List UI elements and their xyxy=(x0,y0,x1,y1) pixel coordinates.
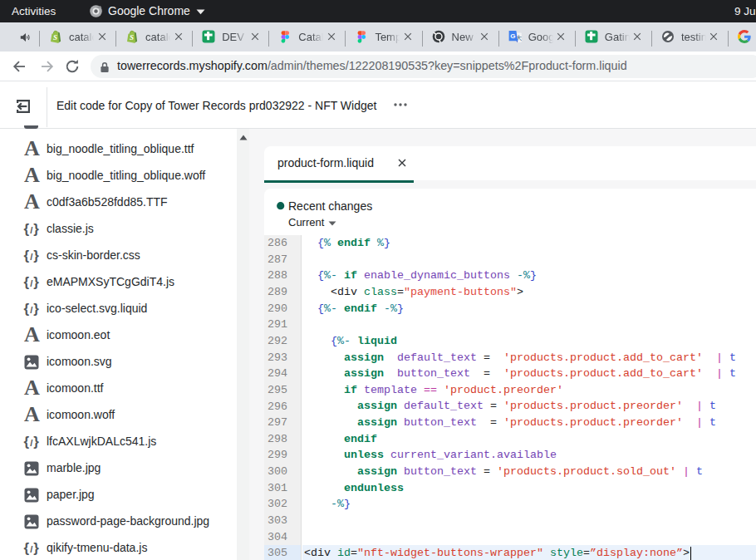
svg-text:G: G xyxy=(510,32,515,40)
svg-text:S: S xyxy=(130,33,134,42)
svg-text:S: S xyxy=(53,33,57,42)
